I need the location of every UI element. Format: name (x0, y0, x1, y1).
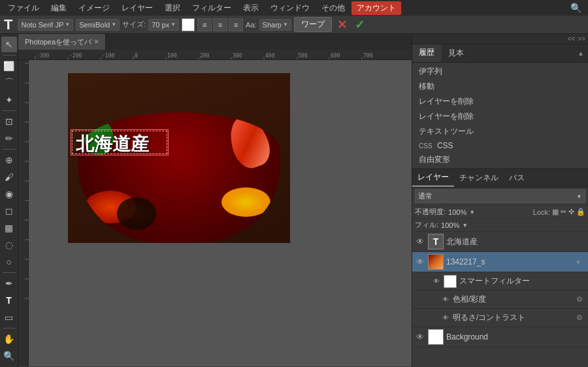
canvas-viewport[interactable]: 北海道産 (29, 60, 412, 366)
tool-separator (3, 55, 16, 56)
font-style-dropdown[interactable]: SemiBold ▼ (76, 19, 120, 31)
history-item[interactable]: レイヤーを削除 (412, 94, 588, 109)
tool-zoom[interactable]: 🔍 (1, 348, 17, 364)
text-color-swatch[interactable] (182, 18, 195, 31)
document-tab[interactable]: Photopeaを使ってバ × (18, 34, 106, 50)
menu-other[interactable]: その他 (316, 1, 350, 15)
layer-background[interactable]: 👁 Background (412, 327, 588, 347)
svg-text:-100: -100 (102, 53, 114, 59)
tool-dodge[interactable]: ○ (1, 254, 17, 270)
tool-crop[interactable]: ⊡ (1, 114, 17, 129)
history-item[interactable]: レイヤーを削除 (412, 109, 588, 124)
menu-file[interactable]: ファイル (3, 1, 44, 15)
layer-eye-hokkaido[interactable]: 👁 (415, 236, 425, 247)
layer-eye-brightness[interactable]: 👁 (441, 313, 450, 323)
align-center-button[interactable]: ≡ (213, 18, 227, 31)
layer-thumb-bg (428, 329, 444, 345)
history-list: 伊字列 移動 レイヤーを削除 レイヤーを削除 テキストツール CSS CSS 自… (412, 63, 588, 168)
menu-filter[interactable]: フィルター (187, 1, 237, 15)
layer-hue-saturation[interactable]: 👁 色相/彩度 ⚙ (412, 291, 588, 309)
align-left-button[interactable]: ≡ (197, 18, 212, 31)
layers-panel: レイヤー チャンネル パス 通常 ▼ 不透明度: 100% ▼ Lock: ▦ (412, 168, 588, 367)
layer-eye-smart[interactable]: 👁 (432, 277, 441, 286)
tool-wand[interactable]: ✦ (1, 92, 17, 108)
menu-edit[interactable]: 編集 (46, 1, 72, 15)
menu-window[interactable]: ウィンドウ (265, 1, 315, 15)
font-size-dropdown[interactable]: 70 px ▼ (148, 19, 179, 31)
layer-smart-filter[interactable]: 👁 スマートフィルター (412, 272, 588, 291)
menu-layer[interactable]: レイヤー (116, 1, 158, 15)
panel-collapse-right[interactable]: >> (578, 35, 585, 42)
layer-eye-image[interactable]: 👁 (415, 257, 425, 267)
font-style-arrow: ▼ (111, 22, 116, 27)
lock-label: Lock: (533, 208, 550, 216)
tab-paths[interactable]: パス (504, 170, 530, 186)
tool-eraser[interactable]: ◻ (1, 203, 17, 219)
tool-heal[interactable]: ⊕ (1, 152, 17, 168)
tab-history[interactable]: 履歴 (412, 44, 442, 62)
tool-brush[interactable]: 🖌 (1, 169, 17, 185)
cancel-button[interactable]: ✕ (335, 18, 350, 32)
tool-move[interactable]: ↖ (1, 37, 17, 52)
menu-select[interactable]: 選択 (159, 1, 186, 15)
lock-transparent-icon[interactable]: ▦ (552, 208, 559, 216)
font-family-arrow: ▼ (65, 22, 70, 27)
blend-mode-select[interactable]: 通常 ▼ (415, 189, 585, 203)
tool-gradient[interactable]: ▦ (1, 220, 17, 236)
history-item[interactable]: テキストツール (412, 124, 588, 139)
expand-icon[interactable]: ▼ (575, 259, 585, 266)
tool-shape[interactable]: ▭ (1, 310, 17, 325)
warp-button[interactable]: ワープ (294, 17, 332, 32)
tool-hand[interactable]: ✋ (1, 331, 17, 347)
tab-bar: Photopeaを使ってバ × (18, 34, 412, 50)
panel-collapse-btn[interactable]: ▲ (574, 48, 588, 58)
tool-blur[interactable]: ◌ (1, 237, 17, 253)
main-area: ↖ ⬜ ⌒ ✦ ⊡ ✏ ⊕ 🖌 ◉ ◻ ▦ ◌ ○ ✒ T ▭ ✋ 🔍 Phot… (0, 34, 588, 367)
tool-text[interactable]: T (1, 293, 17, 308)
fill-value[interactable]: 100% (441, 221, 459, 229)
lock-all-icon[interactable]: 🔒 (576, 208, 585, 216)
layer-image[interactable]: 👁 1342217_s ▼ (412, 252, 588, 272)
aa-label: Aa: (246, 21, 257, 29)
history-item[interactable]: CSS CSS (412, 139, 588, 152)
tool-stamp[interactable]: ◉ (1, 186, 17, 202)
menu-image[interactable]: イメージ (73, 1, 115, 15)
tab-close-button[interactable]: × (94, 37, 99, 46)
canvas-area: Photopeaを使ってバ × -300 -200 -100 0 (18, 34, 412, 367)
tab-channels[interactable]: チャンネル (454, 170, 504, 186)
opacity-value[interactable]: 100% (448, 208, 466, 216)
svg-text:-200: -200 (69, 53, 82, 59)
history-item[interactable]: 自由変形 (412, 152, 588, 167)
blend-mode-arrow: ▼ (576, 193, 582, 200)
lock-position-icon[interactable]: ✜ (568, 208, 574, 216)
font-style-value: SemiBold (79, 21, 110, 29)
font-family-dropdown[interactable]: Noto Serif JP ▼ (18, 19, 73, 31)
css-label: CSS (419, 142, 433, 150)
tool-eyedropper[interactable]: ✏ (1, 131, 17, 146)
lock-paint-icon[interactable]: ✏ (561, 208, 566, 216)
layer-gear-brightness[interactable]: ⚙ (576, 313, 585, 323)
tab-layers[interactable]: レイヤー (412, 169, 454, 187)
layer-name-brightness: 明るさ/コントラスト (453, 312, 574, 323)
search-icon[interactable]: 🔍 (566, 1, 585, 14)
tool-lasso[interactable]: ⌒ (1, 75, 17, 91)
menu-view[interactable]: 表示 (238, 1, 264, 15)
layer-eye-hue[interactable]: 👁 (441, 295, 450, 304)
align-right-button[interactable]: ≡ (229, 18, 243, 31)
confirm-button[interactable]: ✓ (352, 18, 367, 32)
tab-sample[interactable]: 見本 (442, 45, 471, 61)
tool-separator-2 (3, 110, 16, 111)
history-item[interactable]: 移動 (412, 79, 588, 94)
panel-collapse-left[interactable]: << (568, 35, 576, 42)
layer-eye-bg[interactable]: 👁 (415, 332, 425, 342)
layer-brightness-contrast[interactable]: 👁 明るさ/コントラスト ⚙ (412, 309, 588, 327)
tool-pen[interactable]: ✒ (1, 276, 17, 291)
tool-marquee[interactable]: ⬜ (1, 58, 17, 74)
history-item[interactable]: 伊字列 (412, 64, 588, 79)
layer-hokkaido[interactable]: 👁 T 北海道産 (412, 232, 588, 252)
antialiasing-dropdown[interactable]: Sharp ▼ (259, 19, 291, 31)
layer-gear-hue[interactable]: ⚙ (576, 295, 585, 304)
svg-text:500: 500 (298, 53, 308, 59)
menu-account[interactable]: アカウント (351, 1, 401, 15)
tab-title: Photopeaを使ってバ (25, 37, 91, 47)
